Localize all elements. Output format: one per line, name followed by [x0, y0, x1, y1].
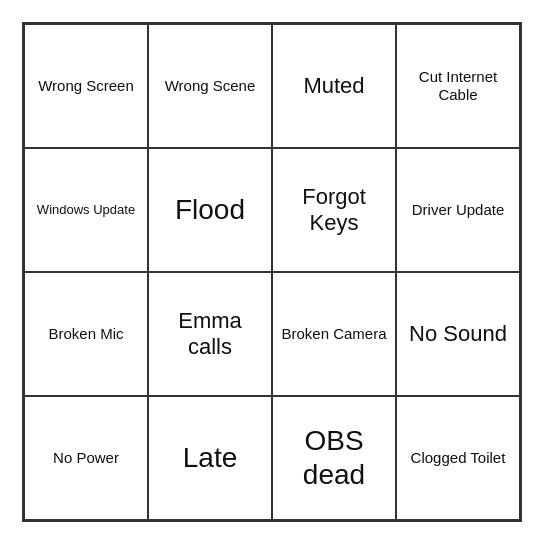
bingo-cell-r1c1: Flood [148, 148, 272, 272]
bingo-cell-r0c2: Muted [272, 24, 396, 148]
bingo-cell-r2c3: No Sound [396, 272, 520, 396]
bingo-cell-r0c3: Cut Internet Cable [396, 24, 520, 148]
bingo-cell-r2c0: Broken Mic [24, 272, 148, 396]
bingo-cell-r1c3: Driver Update [396, 148, 520, 272]
bingo-cell-r2c1: Emma calls [148, 272, 272, 396]
bingo-cell-r0c1: Wrong Scene [148, 24, 272, 148]
bingo-cell-r1c2: Forgot Keys [272, 148, 396, 272]
bingo-cell-r3c0: No Power [24, 396, 148, 520]
bingo-cell-r2c2: Broken Camera [272, 272, 396, 396]
bingo-board: Wrong ScreenWrong SceneMutedCut Internet… [22, 22, 522, 522]
bingo-cell-r1c0: Windows Update [24, 148, 148, 272]
bingo-cell-r3c1: Late [148, 396, 272, 520]
bingo-cell-r3c2: OBS dead [272, 396, 396, 520]
bingo-cell-r0c0: Wrong Screen [24, 24, 148, 148]
bingo-cell-r3c3: Clogged Toilet [396, 396, 520, 520]
